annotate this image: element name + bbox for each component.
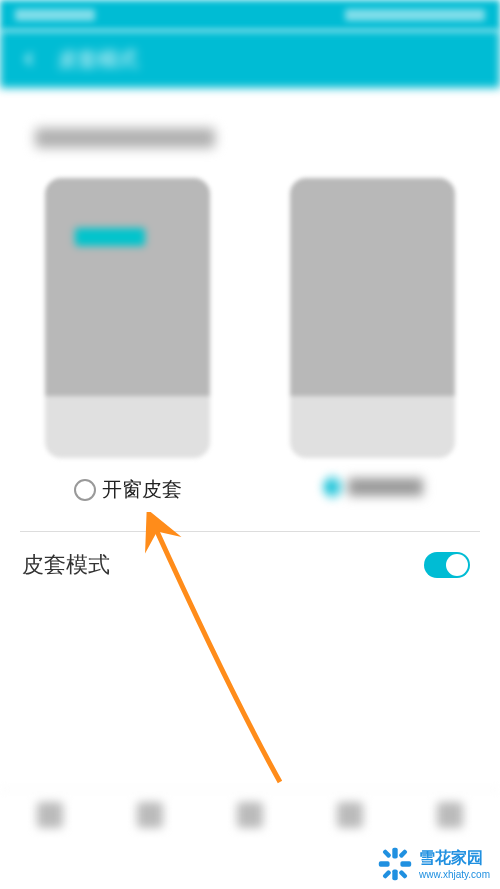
back-icon[interactable]: [15, 45, 43, 73]
content-area: 开窗皮套 皮套模式: [0, 88, 500, 598]
option-label-right[interactable]: [323, 476, 423, 498]
nav-icon-3[interactable]: [237, 802, 263, 828]
option-text-left: 开窗皮套: [102, 476, 182, 503]
toggle-label: 皮套模式: [22, 550, 110, 580]
svg-rect-2: [379, 861, 390, 866]
nav-icon-5[interactable]: [437, 802, 463, 828]
svg-rect-1: [392, 869, 397, 880]
nav-icon-4[interactable]: [337, 802, 363, 828]
svg-rect-4: [382, 849, 392, 859]
nav-icon-2[interactable]: [137, 802, 163, 828]
phone-options-row: 开窗皮套: [0, 158, 500, 513]
svg-rect-3: [400, 861, 411, 866]
nav-icon-1[interactable]: [37, 802, 63, 828]
cover-mode-toggle-row[interactable]: 皮套模式: [0, 532, 500, 598]
radio-selected-icon[interactable]: [323, 476, 342, 498]
watermark-title: 雪花家园: [419, 848, 490, 869]
page-title: 皮套模式: [58, 46, 138, 73]
phone-preview-right: [290, 178, 455, 458]
option-right[interactable]: [265, 178, 480, 503]
watermark-logo-icon: [377, 846, 413, 882]
status-left: [15, 9, 95, 21]
watermark-url: www.xhjaty.com: [419, 869, 490, 880]
watermark-text: 雪花家园 www.xhjaty.com: [419, 848, 490, 880]
svg-rect-7: [398, 870, 408, 880]
option-label-left[interactable]: 开窗皮套: [74, 476, 182, 503]
svg-rect-5: [398, 849, 408, 859]
option-text-right: [348, 478, 423, 496]
svg-rect-0: [392, 848, 397, 859]
svg-rect-6: [382, 870, 392, 880]
status-bar: [0, 0, 500, 30]
phone-preview-left: [45, 178, 210, 458]
subtitle: [35, 128, 215, 148]
toggle-switch[interactable]: [424, 552, 470, 578]
option-window-cover[interactable]: 开窗皮套: [20, 178, 235, 503]
radio-unselected-icon[interactable]: [74, 479, 96, 501]
nav-bar: [0, 789, 500, 839]
app-bar: 皮套模式: [0, 30, 500, 88]
status-right: [345, 9, 485, 21]
watermark: 雪花家园 www.xhjaty.com: [367, 839, 500, 889]
